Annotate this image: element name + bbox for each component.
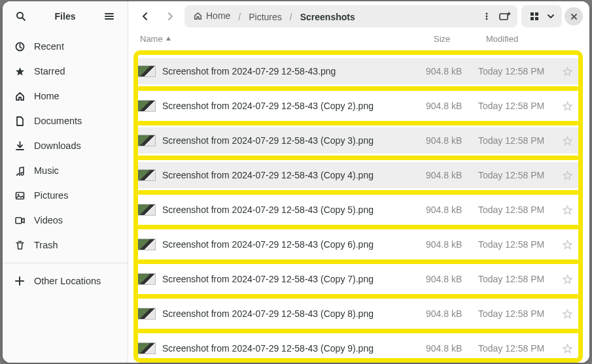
svg-point-18: [486, 16, 488, 18]
file-name: Screenshot from 2024-07-29 12-58-43.png: [162, 66, 426, 76]
sidebar-separator: [3, 263, 128, 263]
file-size: 904.8 kB: [426, 135, 478, 146]
file-modified: Today 12:58 PM: [478, 274, 559, 284]
sidebar-item-label: Downloads: [34, 141, 81, 151]
file-thumbnail: [137, 135, 156, 146]
music-icon: [14, 165, 25, 176]
path-menu-button[interactable]: [478, 8, 495, 25]
star-button[interactable]: [559, 101, 575, 111]
svg-rect-11: [16, 218, 22, 223]
file-row[interactable]: Screenshot from 2024-07-29 12-58-43 (Cop…: [133, 162, 582, 188]
close-icon: [570, 13, 578, 20]
file-modified: Today 12:58 PM: [478, 239, 559, 250]
files-window: Files RecentStarredHomeDocumentsDownload…: [3, 1, 589, 363]
search-button[interactable]: [10, 6, 31, 27]
file-size: 904.8 kB: [426, 343, 478, 354]
sidebar-item-recent[interactable]: Recent: [3, 34, 128, 59]
trash-icon: [14, 240, 25, 250]
new-tab-button[interactable]: [495, 8, 515, 25]
file-name: Screenshot from 2024-07-29 12-58-43 (Cop…: [162, 343, 426, 354]
sidebar-item-documents[interactable]: Documents: [3, 108, 128, 133]
svg-rect-26: [535, 17, 538, 20]
sidebar-item-label: Home: [34, 91, 60, 101]
star-button[interactable]: [559, 171, 575, 180]
file-row[interactable]: Screenshot from 2024-07-29 12-58-43 (Cop…: [133, 266, 582, 292]
video-icon: [14, 215, 25, 225]
path-segment-pictures[interactable]: Pictures: [242, 9, 288, 25]
file-row[interactable]: Screenshot from 2024-07-29 12-58-43.png9…: [133, 58, 582, 84]
file-row[interactable]: Screenshot from 2024-07-29 12-58-43 (Cop…: [133, 127, 582, 154]
star-button[interactable]: [559, 136, 575, 146]
download-icon: [14, 141, 25, 151]
svg-marker-34: [563, 206, 572, 214]
file-row[interactable]: Screenshot from 2024-07-29 12-58-43 (Cop…: [133, 197, 582, 223]
column-header-name[interactable]: Name: [140, 34, 434, 44]
star-button[interactable]: [559, 205, 575, 215]
file-row[interactable]: Screenshot from 2024-07-29 12-58-43 (Cop…: [133, 301, 582, 327]
star-button[interactable]: [559, 240, 575, 250]
file-name: Screenshot from 2024-07-29 12-58-43 (Cop…: [162, 205, 426, 215]
back-button[interactable]: [135, 6, 156, 27]
file-size: 904.8 kB: [426, 66, 478, 76]
star-outline-icon: [563, 344, 572, 354]
sidebar-item-label: Other Locations: [34, 276, 101, 286]
svg-marker-32: [563, 137, 572, 145]
svg-point-17: [486, 13, 488, 15]
star-outline-icon: [563, 101, 572, 111]
sidebar-other-list: Other Locations: [3, 266, 128, 296]
chevron-left-icon: [141, 12, 150, 21]
column-header-label: Modified: [486, 34, 518, 44]
svg-marker-6: [16, 67, 24, 76]
file-thumbnail: [137, 239, 156, 250]
column-header-size[interactable]: Size: [434, 34, 486, 44]
grid-view-button[interactable]: [525, 7, 544, 25]
file-row[interactable]: Screenshot from 2024-07-29 12-58-43 (Cop…: [133, 231, 582, 257]
star-icon: [14, 66, 25, 76]
file-name: Screenshot from 2024-07-29 12-58-43 (Cop…: [162, 101, 426, 111]
file-row[interactable]: Screenshot from 2024-07-29 12-58-43 (Cop…: [133, 93, 582, 119]
star-outline-icon: [563, 171, 572, 180]
sidebar-item-other-locations[interactable]: Other Locations: [3, 269, 128, 293]
file-name: Screenshot from 2024-07-29 12-58-43 (Cop…: [162, 274, 426, 284]
file-thumbnail: [137, 204, 156, 216]
forward-button[interactable]: [160, 6, 181, 27]
path-segment-home[interactable]: Home: [187, 8, 237, 24]
svg-marker-36: [563, 275, 572, 284]
svg-rect-24: [535, 12, 538, 16]
svg-marker-29: [166, 37, 171, 41]
star-button[interactable]: [559, 67, 575, 76]
sidebar-item-starred[interactable]: Starred: [3, 59, 128, 84]
sidebar-item-pictures[interactable]: Pictures: [3, 183, 128, 208]
hamburger-menu-button[interactable]: [99, 6, 120, 27]
sidebar: Files RecentStarredHomeDocumentsDownload…: [3, 1, 128, 363]
star-outline-icon: [563, 205, 572, 215]
sidebar-nav: RecentStarredHomeDocumentsDownloadsMusic…: [3, 31, 128, 260]
app-title: Files: [55, 11, 76, 22]
file-name: Screenshot from 2024-07-29 12-58-43 (Cop…: [162, 239, 426, 250]
column-header-label: Size: [434, 34, 450, 44]
file-thumbnail: [137, 65, 156, 77]
sidebar-item-downloads[interactable]: Downloads: [3, 133, 128, 158]
sidebar-item-trash[interactable]: Trash: [3, 233, 128, 257]
file-row[interactable]: Screenshot from 2024-07-29 12-58-43 (Cop…: [133, 335, 582, 361]
star-button[interactable]: [559, 274, 575, 284]
sidebar-item-label: Documents: [34, 116, 82, 126]
doc-icon: [14, 116, 25, 126]
file-modified: Today 12:58 PM: [478, 308, 559, 319]
file-modified: Today 12:58 PM: [478, 170, 559, 180]
sidebar-item-label: Videos: [34, 215, 63, 225]
sidebar-item-home[interactable]: Home: [3, 84, 128, 108]
file-size: 904.8 kB: [426, 308, 478, 319]
column-header-modified[interactable]: Modified: [486, 34, 578, 44]
sidebar-item-music[interactable]: Music: [3, 158, 128, 183]
star-button[interactable]: [559, 309, 575, 319]
file-name: Screenshot from 2024-07-29 12-58-43 (Cop…: [162, 135, 426, 146]
path-segment-screenshots[interactable]: Screenshots: [294, 9, 362, 25]
sidebar-item-videos[interactable]: Videos: [3, 208, 128, 233]
file-size: 904.8 kB: [426, 205, 478, 215]
view-dropdown-button[interactable]: [544, 7, 558, 25]
close-button[interactable]: [565, 7, 583, 25]
path-segment-label: Pictures: [249, 12, 282, 22]
file-name: Screenshot from 2024-07-29 12-58-43 (Cop…: [162, 308, 426, 319]
star-button[interactable]: [559, 344, 575, 354]
